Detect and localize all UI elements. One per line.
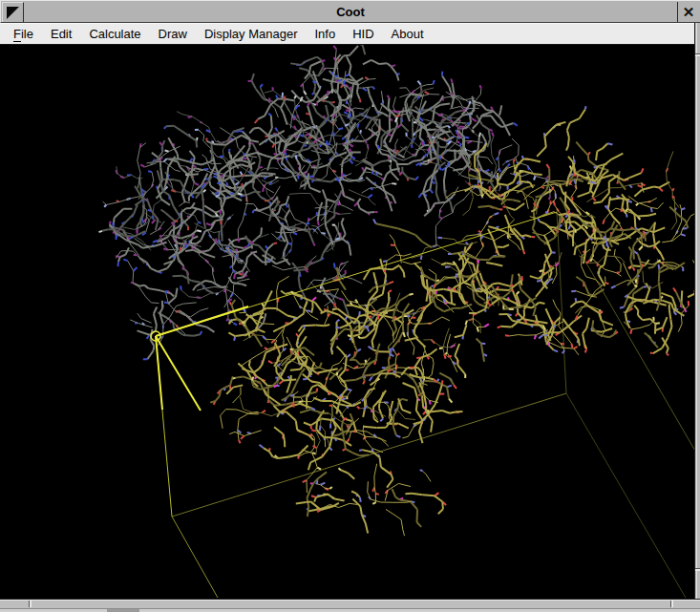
menu-item-calculate[interactable]: Calculate [87, 24, 142, 41]
background-window-strip [0, 608, 700, 612]
menu-item-edit[interactable]: Edit [49, 24, 74, 41]
menu-item-info[interactable]: Info [312, 24, 337, 41]
close-button[interactable]: ✕ [677, 2, 699, 22]
frame-right-resize-handle[interactable] [694, 23, 700, 599]
frame-bottom-resize-handle[interactable] [0, 599, 700, 608]
coot-window: Coot ✕ FileEditCalculateDrawDisplay Mana… [0, 0, 700, 612]
frame-notch [695, 53, 700, 56]
frame-notch [29, 601, 32, 607]
menu-item-display-manager[interactable]: Display Manager [202, 24, 300, 41]
menu-item-draw[interactable]: Draw [157, 24, 189, 41]
menu-item-file[interactable]: File [11, 24, 35, 41]
frame-notch [695, 568, 700, 571]
menu-item-about[interactable]: About [390, 24, 426, 41]
viewport-area [2, 45, 694, 599]
molecule-viewport[interactable] [2, 45, 694, 599]
close-icon: ✕ [683, 4, 695, 20]
window-title: Coot [1, 5, 700, 19]
frame-notch [670, 601, 673, 607]
menu-item-hid[interactable]: HID [350, 24, 375, 41]
menubar: FileEditCalculateDrawDisplay ManagerInfo… [0, 23, 700, 45]
titlebar[interactable]: Coot ✕ [0, 0, 700, 23]
